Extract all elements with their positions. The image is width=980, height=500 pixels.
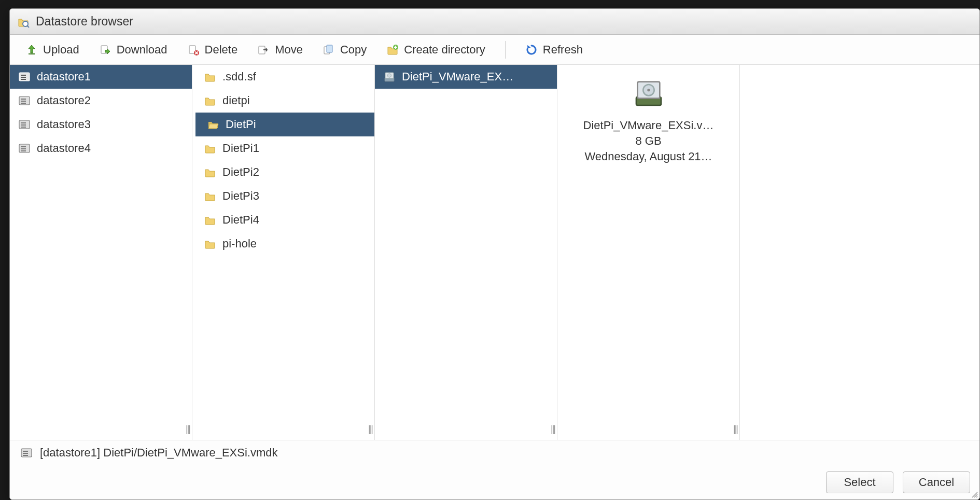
file-date: Wednesday, August 21… bbox=[564, 150, 733, 163]
detail-column: DietPi_VMware_EXSi.v… 8 GB Wednesday, Au… bbox=[557, 65, 740, 440]
toolbar-separator bbox=[505, 41, 506, 59]
datastore-item[interactable]: datastore3 bbox=[10, 113, 192, 136]
folder-item-icon bbox=[204, 166, 216, 178]
copy-button[interactable]: Copy bbox=[319, 41, 370, 59]
refresh-button[interactable]: Refresh bbox=[522, 41, 586, 59]
folder-item[interactable]: DietPi1 bbox=[192, 136, 374, 160]
file-detail-panel: DietPi_VMware_EXSi.v… 8 GB Wednesday, Au… bbox=[557, 65, 739, 173]
dialog-button-bar: Select Cancel bbox=[10, 465, 979, 499]
titlebar: Datastore browser bbox=[10, 9, 979, 35]
folder-item-icon bbox=[204, 238, 216, 250]
folder-item[interactable]: DietPi bbox=[195, 113, 374, 136]
refresh-label: Refresh bbox=[543, 43, 583, 57]
datastore-item-label: datastore1 bbox=[37, 70, 91, 84]
datastore-item-label: datastore3 bbox=[37, 118, 91, 131]
folder-item-icon bbox=[204, 190, 216, 202]
selected-path: [datastore1] DietPi/DietPi_VMware_EXSi.v… bbox=[40, 446, 278, 460]
folder-item-label: DietPi bbox=[226, 118, 256, 131]
cancel-button[interactable]: Cancel bbox=[903, 471, 970, 493]
folder-item[interactable]: DietPi2 bbox=[192, 160, 374, 184]
column-resize-handle[interactable]: ||| bbox=[186, 424, 190, 435]
folder-item-label: DietPi4 bbox=[222, 213, 259, 227]
copy-label: Copy bbox=[340, 43, 367, 57]
empty-column bbox=[740, 65, 979, 440]
upload-button[interactable]: Upload bbox=[22, 41, 82, 59]
delete-icon bbox=[187, 44, 200, 56]
datastore-item-icon bbox=[18, 94, 31, 107]
folder-item-icon bbox=[204, 142, 216, 155]
datastore-browser-dialog: Datastore browser Upload Download Delete… bbox=[9, 8, 980, 500]
folder-item-label: pi-hole bbox=[222, 237, 257, 251]
file-item-icon bbox=[383, 71, 396, 83]
move-label: Move bbox=[275, 43, 303, 57]
file-column: DietPi_VMware_EX…||| bbox=[375, 65, 557, 440]
folder-item-label: DietPi3 bbox=[222, 189, 259, 203]
toolbar: Upload Download Delete Move Copy Create … bbox=[10, 35, 979, 65]
create-directory-label: Create directory bbox=[404, 43, 485, 57]
delete-label: Delete bbox=[205, 43, 238, 57]
column-resize-handle[interactable]: ||| bbox=[368, 424, 372, 435]
folder-item-icon bbox=[204, 94, 216, 107]
select-button[interactable]: Select bbox=[826, 471, 893, 493]
move-button[interactable]: Move bbox=[254, 41, 306, 59]
folder-item[interactable]: .sdd.sf bbox=[192, 65, 374, 89]
folder-item-label: DietPi2 bbox=[222, 165, 259, 179]
datastore-browser-icon bbox=[17, 16, 30, 28]
column-browser: datastore1datastore2datastore3datastore4… bbox=[10, 65, 979, 440]
refresh-icon bbox=[525, 44, 538, 56]
upload-icon bbox=[25, 44, 38, 56]
datastore-icon bbox=[20, 447, 33, 459]
datastore-item-icon bbox=[18, 142, 31, 155]
window-title: Datastore browser bbox=[36, 15, 133, 29]
file-item[interactable]: DietPi_VMware_EX… bbox=[375, 65, 557, 89]
folder-item-label: dietpi bbox=[222, 94, 250, 107]
resize-grip[interactable] bbox=[971, 491, 978, 498]
folder-item-label: DietPi1 bbox=[222, 142, 259, 155]
folder-item-icon bbox=[204, 71, 216, 83]
copy-icon bbox=[323, 44, 335, 56]
datastore-item-icon bbox=[18, 118, 31, 131]
folder-item[interactable]: pi-hole bbox=[192, 232, 374, 256]
column-resize-handle[interactable]: ||| bbox=[733, 424, 737, 435]
datastore-item-icon bbox=[18, 71, 31, 83]
datastore-item[interactable]: datastore2 bbox=[10, 89, 192, 113]
folder-item[interactable]: dietpi bbox=[192, 89, 374, 113]
path-bar: [datastore1] DietPi/DietPi_VMware_EXSi.v… bbox=[10, 440, 979, 465]
create-directory-icon bbox=[386, 44, 399, 56]
file-name: DietPi_VMware_EXSi.v… bbox=[564, 119, 733, 132]
download-button[interactable]: Download bbox=[96, 41, 171, 59]
folder-item[interactable]: DietPi3 bbox=[192, 184, 374, 208]
folder-item-icon bbox=[207, 118, 219, 131]
file-size: 8 GB bbox=[564, 134, 733, 148]
folder-item-label: .sdd.sf bbox=[222, 70, 256, 84]
upload-label: Upload bbox=[43, 43, 79, 57]
move-icon bbox=[257, 44, 270, 56]
file-item-label: DietPi_VMware_EX… bbox=[402, 70, 513, 84]
datastore-item[interactable]: datastore1 bbox=[10, 65, 192, 89]
folder-item[interactable]: DietPi4 bbox=[192, 208, 374, 232]
datastore-item[interactable]: datastore4 bbox=[10, 136, 192, 160]
datastore-item-label: datastore4 bbox=[37, 142, 91, 155]
folder-item-icon bbox=[204, 214, 216, 226]
delete-button[interactable]: Delete bbox=[184, 41, 241, 59]
datastore-item-label: datastore2 bbox=[37, 94, 91, 107]
folder-column: .sdd.sfdietpiDietPiDietPi1DietPi2DietPi3… bbox=[192, 65, 375, 440]
download-icon bbox=[99, 44, 111, 56]
column-resize-handle[interactable]: ||| bbox=[551, 424, 555, 435]
download-label: Download bbox=[117, 43, 167, 57]
datastore-column: datastore1datastore2datastore3datastore4… bbox=[10, 65, 192, 440]
disk-icon bbox=[632, 76, 665, 109]
create-directory-button[interactable]: Create directory bbox=[383, 41, 488, 59]
